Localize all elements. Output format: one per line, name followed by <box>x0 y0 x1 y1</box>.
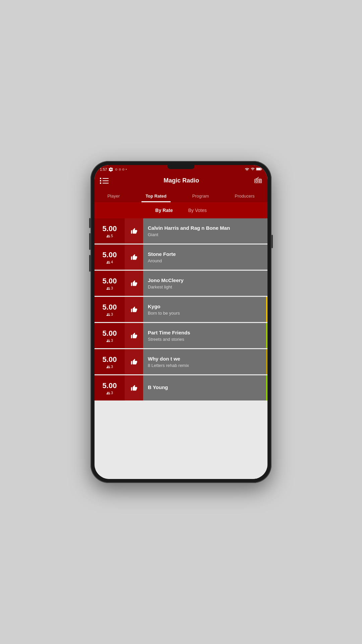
song-row[interactable]: 5.00 3 B Young <box>95 375 267 400</box>
song-rating: 5.00 3 <box>95 271 125 296</box>
rating-value: 5.00 <box>103 303 117 312</box>
song-row[interactable]: 5.00 4 Stone Forte Around <box>95 245 267 270</box>
rating-votes: 3 <box>106 391 113 395</box>
song-like[interactable] <box>125 349 143 374</box>
app-title: Magic Radio <box>164 177 199 184</box>
wifi-icon <box>245 167 249 171</box>
song-info: Kygo Born to be yours <box>143 297 267 322</box>
svg-line-8 <box>256 177 259 179</box>
song-title: Giant <box>148 232 263 237</box>
song-artist: Calvin Harris and Rag n Bone Man <box>148 225 263 231</box>
settings-icon <box>109 167 113 172</box>
rating-votes: 3 <box>106 338 113 342</box>
rating-value: 5.00 <box>103 277 117 285</box>
song-rating: 5.00 3 <box>95 297 125 322</box>
signal-icon <box>251 167 255 172</box>
song-title: Darkest light <box>148 284 263 289</box>
song-row[interactable]: 5.00 5 Calvin Harris and Rag n Bone Man … <box>95 218 267 244</box>
rating-value: 5.00 <box>103 355 117 364</box>
song-info: Part Time Friends Streets and stories <box>143 323 267 348</box>
song-like[interactable] <box>125 271 143 296</box>
song-rating: 5.00 5 <box>95 218 125 244</box>
battery-icon <box>256 167 262 171</box>
song-row[interactable]: 5.00 3 Part Time Friends Streets and sto… <box>95 323 267 348</box>
songs-list: 5.00 5 Calvin Harris and Rag n Bone Man … <box>95 218 267 479</box>
song-like[interactable] <box>125 218 143 244</box>
song-row[interactable]: 5.00 3 Kygo Born to be yours <box>95 297 267 322</box>
rating-votes: 3 <box>106 286 113 290</box>
svg-point-4 <box>256 180 258 182</box>
hamburger-menu[interactable] <box>100 178 109 184</box>
tab-producers[interactable]: Producers <box>231 191 258 202</box>
song-row[interactable]: 5.00 3 Why don t we 8 Letters rehab remi… <box>95 349 267 374</box>
song-title: Born to be yours <box>148 311 261 316</box>
top-bar: Magic Radio <box>95 173 267 188</box>
status-right <box>245 167 262 172</box>
tab-top-rated[interactable]: Top Rated <box>141 191 171 202</box>
rating-value: 5.00 <box>103 251 117 259</box>
subtab-by-rate[interactable]: By Rate <box>153 206 175 214</box>
rating-votes: 5 <box>106 234 113 238</box>
song-title: 8 Letters rehab remix <box>148 363 261 368</box>
song-rating: 5.00 3 <box>95 323 125 348</box>
song-title: Around <box>148 258 263 263</box>
tab-player[interactable]: Player <box>103 191 124 202</box>
tab-program[interactable]: Program <box>188 191 213 202</box>
svg-rect-1 <box>261 168 262 170</box>
sub-tabs: By Rate By Votes <box>95 202 267 218</box>
song-like[interactable] <box>125 375 143 400</box>
svg-rect-2 <box>256 168 261 170</box>
status-left: 1:57 ⊙ ⊙ ⊙ • <box>100 167 127 172</box>
song-row[interactable]: 5.00 3 Jono McCleery Darkest light <box>95 271 267 296</box>
song-artist: Stone Forte <box>148 251 263 257</box>
subtab-by-votes[interactable]: By Votes <box>185 206 209 214</box>
song-artist: B Young <box>148 384 261 390</box>
rating-votes: 4 <box>106 260 113 264</box>
rating-votes: 3 <box>106 365 113 369</box>
rating-votes: 3 <box>106 312 113 316</box>
rating-value: 5.00 <box>103 381 117 390</box>
song-info: Why don t we 8 Letters rehab remix <box>143 349 267 374</box>
song-like[interactable] <box>125 245 143 270</box>
song-artist: Jono McCleery <box>148 277 263 283</box>
nav-tabs: Player Top Rated Program Producers <box>95 188 267 202</box>
song-like[interactable] <box>125 323 143 348</box>
radio-icon <box>254 176 262 185</box>
song-rating: 5.00 3 <box>95 349 125 374</box>
song-info: B Young <box>143 375 267 400</box>
song-artist: Kygo <box>148 304 261 309</box>
song-info: Stone Forte Around <box>143 245 267 270</box>
song-info: Jono McCleery Darkest light <box>143 271 267 296</box>
rating-value: 5.00 <box>103 329 117 338</box>
song-rating: 5.00 3 <box>95 375 125 400</box>
song-like[interactable] <box>125 297 143 322</box>
song-rating: 5.00 4 <box>95 245 125 270</box>
song-artist: Part Time Friends <box>148 330 261 335</box>
status-time: 1:57 <box>100 167 107 171</box>
song-artist: Why don t we <box>148 356 261 362</box>
rating-value: 5.00 <box>103 224 117 233</box>
song-title: Streets and stories <box>148 337 261 342</box>
song-info: Calvin Harris and Rag n Bone Man Giant <box>143 218 267 244</box>
notification-dots: ⊙ ⊙ ⊙ • <box>115 168 127 171</box>
